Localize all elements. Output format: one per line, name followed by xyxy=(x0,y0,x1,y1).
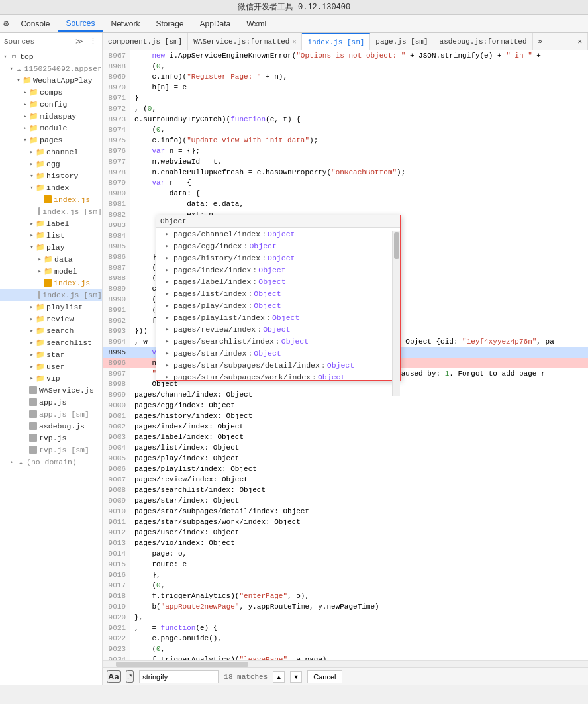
tree-label-egg: egg xyxy=(46,160,60,168)
tree-item-history[interactable]: ▾ 📁 history xyxy=(0,170,102,181)
sources-panel: Sources ≫ ⋮ ▾ ☐ top ▾ ☁ 1150254092.appse… xyxy=(0,33,103,685)
ac-key: pages/searchlist/index xyxy=(173,337,274,346)
sources-add-icon[interactable]: ≫ xyxy=(74,36,85,47)
list-item[interactable]: ▸ pages/channel/index : Object xyxy=(156,228,400,240)
autocomplete-popup[interactable]: Object ▸ pages/channel/index : Object ▸ … xyxy=(156,215,401,381)
list-item[interactable]: ▸ pages/label/index : Object xyxy=(156,276,400,287)
tree-item-play-indexjssm[interactable]: index.js [sm] xyxy=(0,289,102,301)
tree-item-searchlist[interactable]: ▸ 📁 searchlist xyxy=(0,336,102,348)
tree-item-nodomain[interactable]: ▸ ☁ (no domain) xyxy=(0,456,102,468)
tab-asdebug[interactable]: asdebug.js:formatted xyxy=(434,33,533,50)
ac-val: Object xyxy=(254,301,281,310)
tree-item-tvpjs[interactable]: tvp.js xyxy=(0,432,102,444)
tab-console[interactable]: Console xyxy=(13,17,58,31)
list-item[interactable]: ▸ pages/playlist/index : Object xyxy=(156,311,400,323)
tab-sources[interactable]: Sources xyxy=(58,16,103,32)
tree-item-cloud[interactable]: ▾ ☁ 1150254092.appser xyxy=(0,62,102,74)
tab-appdata[interactable]: AppData xyxy=(192,17,239,31)
tab-storage[interactable]: Storage xyxy=(148,17,192,31)
tab-component[interactable]: component.js [sm] xyxy=(103,33,188,50)
tree-item-appjs[interactable]: app.js xyxy=(0,396,102,408)
tree-item-label[interactable]: ▸ 📁 label xyxy=(0,217,102,229)
line-number: 8988 xyxy=(103,273,130,283)
tree-label-playlist: playlist xyxy=(46,303,83,311)
tree-item-waservice[interactable]: WAService.js xyxy=(0,384,102,396)
line-number: 8970 xyxy=(103,82,130,93)
line-number: 9014 xyxy=(103,548,130,559)
tree-item-comps[interactable]: ▸ 📁 comps xyxy=(0,86,102,98)
folder-data-icon: 📁 xyxy=(44,254,53,264)
tab-network[interactable]: Network xyxy=(103,17,148,31)
tree-item-appjssm[interactable]: app.js [sm] xyxy=(0,408,102,420)
tree-item-star[interactable]: ▸ 📁 star xyxy=(0,348,102,360)
tab-pagejssm[interactable]: page.js [sm] xyxy=(370,33,434,50)
tree-item-review[interactable]: ▸ 📁 review xyxy=(0,313,102,325)
code-line: (0, xyxy=(130,644,588,654)
code-line: pages/list/index: Object xyxy=(130,442,588,453)
code-line: pages/index/index: Object xyxy=(130,421,588,432)
list-item[interactable]: ▸ pages/star/subpages/detail/index : Obj… xyxy=(156,359,400,371)
ac-colon: : xyxy=(312,373,317,381)
tree-item-top[interactable]: ▾ ☐ top xyxy=(0,50,102,62)
tree-item-index[interactable]: ▾ 📁 index xyxy=(0,181,102,193)
tab-wxml[interactable]: Wxml xyxy=(238,17,274,31)
list-item[interactable]: ▸ pages/play/index : Object xyxy=(156,299,400,311)
line-number: 8972 xyxy=(103,103,130,114)
sources-more-icon[interactable]: ⋮ xyxy=(87,36,98,47)
tree-item-wechat[interactable]: ▾ 📁 WechatAppPlay xyxy=(0,74,102,86)
tab-waservice[interactable]: WAService.js:formatted ✕ xyxy=(188,33,302,50)
tree-label-list: list xyxy=(46,231,65,240)
code-line: , (0, xyxy=(130,103,588,114)
tab-more[interactable]: » xyxy=(533,33,549,50)
list-item[interactable]: ▸ pages/star/subpages/work/index : Objec… xyxy=(156,371,400,380)
tree-item-pages[interactable]: ▾ 📁 pages xyxy=(0,134,102,146)
tree-item-index-js-sm[interactable]: index.js [sm] xyxy=(0,205,102,217)
list-item[interactable]: ▸ pages/searchlist/index : Object xyxy=(156,335,400,347)
list-item[interactable]: ▸ pages/review/index : Object xyxy=(156,323,400,335)
prev-match-button[interactable]: ▲ xyxy=(273,671,285,683)
tree-item-vip[interactable]: ▸ 📁 vip xyxy=(0,372,102,384)
tree-item-search[interactable]: ▸ 📁 search xyxy=(0,325,102,336)
tree-item-midaspay[interactable]: ▸ 📁 midaspay xyxy=(0,110,102,122)
search-input[interactable] xyxy=(139,670,219,683)
code-scrollbar[interactable] xyxy=(103,660,588,667)
arrow-egg: ▸ xyxy=(28,160,36,168)
tab-close-panel[interactable]: ✕ xyxy=(572,33,588,50)
match-case-button[interactable]: Aa xyxy=(107,670,121,683)
tree-item-list[interactable]: ▸ 📁 list xyxy=(0,229,102,241)
cancel-button[interactable]: Cancel xyxy=(307,670,342,683)
tab-waservice-close[interactable]: ✕ xyxy=(292,38,296,46)
tree-item-module[interactable]: ▸ 📁 module xyxy=(0,122,102,134)
list-item[interactable]: ▸ pages/list/index : Object xyxy=(156,287,400,299)
ac-key: pages/star/index xyxy=(173,349,246,358)
file-playindexjs-icon xyxy=(44,279,52,287)
tree-item-model[interactable]: ▸ 📁 model xyxy=(0,265,102,277)
list-item[interactable]: ▸ pages/star/index : Object xyxy=(156,347,400,359)
autocomplete-scrollbar[interactable] xyxy=(392,231,400,396)
list-item[interactable]: ▸ pages/history/index : Object xyxy=(156,252,400,264)
tree-item-egg[interactable]: ▸ 📁 egg xyxy=(0,158,102,170)
tree-item-config[interactable]: ▸ 📁 config xyxy=(0,98,102,110)
tree-item-play[interactable]: ▾ 📁 play xyxy=(0,241,102,253)
folder-play-icon: 📁 xyxy=(36,242,45,252)
list-item[interactable]: ▸ pages/egg/index : Object xyxy=(156,240,400,252)
folder-playlist-icon: 📁 xyxy=(36,302,45,311)
code-line: pages/star/index: Object xyxy=(130,495,588,506)
code-line: new i.AppServiceEngineKnownError("Option… xyxy=(130,50,588,61)
tree-item-channel[interactable]: ▸ 📁 channel xyxy=(0,146,102,158)
tree-item-index-js[interactable]: index.js xyxy=(0,193,102,205)
code-line: , _ = function(e) { xyxy=(130,623,588,633)
tree-item-playlist[interactable]: ▸ 📁 playlist xyxy=(0,301,102,313)
list-item[interactable]: ▸ pages/index/index : Object xyxy=(156,264,400,276)
next-match-button[interactable]: ▼ xyxy=(290,671,302,683)
tree-item-user[interactable]: ▸ 📁 user xyxy=(0,360,102,372)
tab-indexjssm[interactable]: index.js [sm] xyxy=(302,33,370,50)
tree-item-asdebug[interactable]: asdebug.js xyxy=(0,420,102,432)
line-number: 8991 xyxy=(103,305,130,315)
tree-item-tvpjssm[interactable]: tvp.js [sm] xyxy=(0,444,102,456)
tree-item-data[interactable]: ▸ 📁 data xyxy=(0,253,102,265)
tree-item-play-indexjs[interactable]: index.js xyxy=(0,277,102,289)
regex-button[interactable]: .* xyxy=(126,670,134,683)
autocomplete-scrollbar-thumb[interactable] xyxy=(394,232,399,259)
arrow-data: ▸ xyxy=(36,256,44,263)
